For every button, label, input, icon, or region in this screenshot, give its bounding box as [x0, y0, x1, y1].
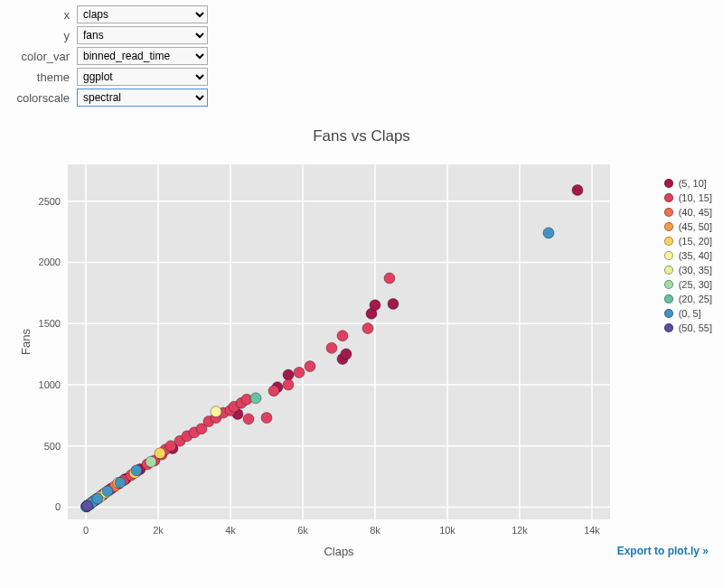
- select-color-var[interactable]: binned_read_time: [77, 47, 208, 65]
- x-tick: 8k: [370, 525, 380, 536]
- data-point[interactable]: [326, 342, 337, 353]
- data-point[interactable]: [155, 448, 165, 459]
- legend-label: (35, 40]: [679, 250, 712, 261]
- data-point[interactable]: [243, 414, 254, 425]
- data-point[interactable]: [305, 361, 315, 372]
- select-y[interactable]: fans: [77, 26, 208, 44]
- legend-label: (30, 35]: [679, 265, 712, 275]
- legend-label: (15, 20]: [679, 236, 712, 247]
- data-point[interactable]: [294, 367, 305, 378]
- y-tick: 2500: [39, 196, 61, 207]
- legend-dot-icon: [664, 309, 673, 318]
- control-colorscale-label: colorscale: [0, 91, 77, 105]
- select-theme[interactable]: ggplot: [77, 68, 208, 86]
- export-link[interactable]: Export to plot.ly »: [617, 545, 709, 557]
- control-y-label: y: [0, 29, 77, 42]
- data-point[interactable]: [337, 331, 348, 341]
- control-theme-label: theme: [0, 70, 77, 84]
- data-point[interactable]: [102, 486, 113, 497]
- legend-dot-icon: [664, 294, 673, 303]
- data-point[interactable]: [362, 323, 373, 334]
- legend-item[interactable]: (15, 20]: [664, 236, 712, 247]
- x-tick: 2k: [153, 525, 164, 536]
- legend-label: (20, 25]: [679, 294, 712, 304]
- data-point[interactable]: [384, 273, 395, 284]
- y-tick: 1000: [39, 379, 61, 390]
- data-point[interactable]: [250, 393, 261, 404]
- y-tick: 1500: [39, 318, 61, 329]
- legend-item[interactable]: (45, 50]: [664, 221, 712, 232]
- data-point[interactable]: [341, 349, 352, 359]
- legend-label: (40, 45]: [679, 207, 712, 218]
- x-tick: 0: [83, 525, 89, 536]
- data-point[interactable]: [131, 465, 142, 476]
- control-color-var: color_var binned_read_time: [0, 47, 723, 65]
- data-point[interactable]: [92, 493, 103, 504]
- scatter-plot[interactable]: 02k4k6k8k10k12k14k05001000150020002500Cl…: [14, 160, 709, 565]
- control-y: y fans: [0, 26, 723, 44]
- data-point[interactable]: [82, 500, 93, 511]
- data-point[interactable]: [370, 300, 380, 311]
- x-tick: 4k: [225, 525, 236, 536]
- controls-panel: x claps y fans color_var binned_read_tim…: [0, 0, 723, 117]
- legend-label: (25, 30]: [679, 279, 712, 290]
- y-tick: 2000: [39, 257, 61, 267]
- x-axis-label: Claps: [324, 545, 354, 558]
- legend-dot-icon: [664, 237, 673, 246]
- legend-dot-icon: [664, 251, 673, 260]
- data-point[interactable]: [572, 184, 583, 195]
- legend-dot-icon: [664, 280, 673, 289]
- data-point[interactable]: [211, 406, 221, 417]
- data-point[interactable]: [146, 456, 156, 467]
- chart-title: Fans vs Claps: [0, 127, 723, 145]
- y-tick: 0: [55, 501, 61, 512]
- legend-label: (50, 55]: [679, 322, 712, 333]
- legend-dot-icon: [664, 323, 673, 332]
- control-colorscale: colorscale spectral: [0, 89, 723, 107]
- chart-container: Fans vs Claps 02k4k6k8k10k12k14k05001000…: [0, 127, 723, 565]
- select-colorscale[interactable]: spectral: [77, 89, 208, 107]
- legend-item[interactable]: (50, 55]: [664, 322, 712, 333]
- legend-item[interactable]: (10, 15]: [664, 192, 712, 203]
- x-tick: 12k: [512, 525, 528, 536]
- control-x: x claps: [0, 5, 723, 23]
- legend-label: (45, 50]: [679, 221, 712, 232]
- y-tick: 500: [44, 441, 61, 452]
- x-tick: 14k: [584, 525, 600, 536]
- legend-item[interactable]: (35, 40]: [664, 250, 712, 261]
- legend-item[interactable]: (0, 5]: [664, 308, 712, 319]
- data-point[interactable]: [283, 369, 294, 380]
- legend-item[interactable]: (40, 45]: [664, 207, 712, 218]
- data-point[interactable]: [283, 379, 294, 390]
- y-axis-label: Fans: [19, 329, 33, 355]
- legend-label: (5, 10]: [679, 178, 707, 189]
- control-x-label: x: [0, 8, 77, 22]
- data-point[interactable]: [261, 413, 272, 424]
- legend-label: (0, 5]: [679, 308, 701, 319]
- legend: (5, 10](10, 15](40, 45](45, 50](15, 20](…: [664, 178, 712, 337]
- legend-dot-icon: [664, 266, 673, 275]
- data-point[interactable]: [388, 298, 399, 309]
- legend-label: (10, 15]: [679, 192, 712, 203]
- legend-dot-icon: [664, 193, 673, 202]
- x-tick: 10k: [439, 525, 455, 536]
- legend-item[interactable]: (20, 25]: [664, 294, 712, 304]
- data-point[interactable]: [268, 386, 279, 397]
- control-theme: theme ggplot: [0, 68, 723, 86]
- select-x[interactable]: claps: [77, 5, 208, 23]
- legend-dot-icon: [664, 179, 673, 188]
- control-color-label: color_var: [0, 50, 77, 63]
- x-tick: 6k: [297, 525, 308, 536]
- legend-item[interactable]: (30, 35]: [664, 265, 712, 275]
- data-point[interactable]: [543, 228, 554, 238]
- legend-dot-icon: [664, 208, 673, 217]
- data-point[interactable]: [115, 477, 126, 488]
- legend-item[interactable]: (25, 30]: [664, 279, 712, 290]
- legend-item[interactable]: (5, 10]: [664, 178, 712, 189]
- legend-dot-icon: [664, 222, 673, 231]
